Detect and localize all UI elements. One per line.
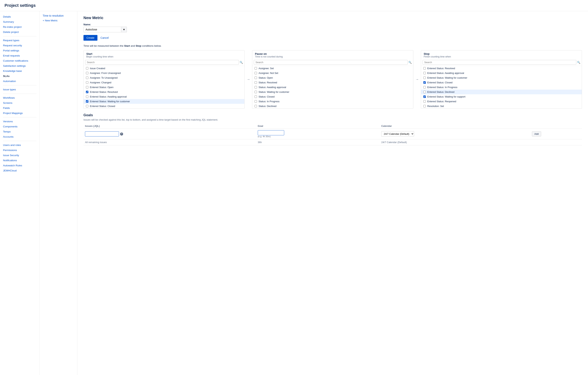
condition-checkbox[interactable] — [423, 91, 426, 93]
sidebar-item-customer-notifications[interactable]: Customer notifications — [0, 58, 40, 63]
sidebar-item-tempo[interactable]: Tempo — [0, 129, 40, 134]
condition-checkbox[interactable] — [423, 77, 426, 79]
goals-table: Issues (JQL) Goal Calendar ? — [84, 123, 582, 145]
condition-checkbox[interactable] — [423, 72, 426, 74]
sidebar-item-delete[interactable]: Delete project — [0, 30, 40, 34]
sidebar-item-fields[interactable]: Fields — [0, 105, 40, 110]
condition-checkbox[interactable] — [86, 100, 88, 103]
sidebar-item-email-requests[interactable]: Email requests — [0, 53, 40, 58]
condition-checkbox[interactable] — [254, 105, 257, 107]
condition-checkbox[interactable] — [254, 86, 257, 88]
sidebar-item-permissions[interactable]: Permissions — [0, 148, 40, 153]
sidebar-item-portal-settings[interactable]: Portal settings — [0, 48, 40, 53]
name-form-group: Name: ▼ — [84, 23, 582, 32]
goals-goal-input[interactable] — [258, 130, 284, 135]
condition-checkbox[interactable] — [423, 81, 426, 84]
condition-checkbox[interactable] — [254, 100, 257, 103]
sidebar-item-request-types[interactable]: Request types — [0, 38, 40, 43]
goals-jql-input[interactable] — [85, 131, 119, 136]
goals-help-icon[interactable]: ? — [120, 132, 123, 135]
cancel-button[interactable]: Cancel — [99, 35, 110, 41]
arrow-right-icon: → — [247, 77, 250, 81]
goals-jql-input-group: ? — [85, 131, 255, 136]
sidebar-item-users-roles[interactable]: Users and roles — [0, 143, 40, 148]
sidebar: DetailsSummaryRe-index projectDelete pro… — [0, 11, 40, 375]
sidebar-item-details[interactable]: Details — [0, 14, 40, 19]
condition-label: Status: In Progress — [259, 100, 279, 103]
condition-checkbox[interactable] — [254, 95, 257, 98]
sidebar-item-notifications[interactable]: Notifications — [0, 158, 40, 163]
condition-checkbox[interactable] — [254, 67, 257, 70]
goals-input-row: ? (e.g. 4h 30m) 24/7 Calendar (Default) … — [84, 129, 582, 139]
stop-title: Stop — [424, 52, 579, 55]
name-label: Name: — [84, 23, 582, 26]
start-title: Start — [86, 52, 242, 55]
arrow-right-icon-2: → — [415, 77, 419, 81]
condition-checkbox[interactable] — [254, 72, 257, 74]
sidebar-item-satisfaction-settings[interactable]: Satisfaction settings — [0, 63, 40, 68]
main-content-area: New Metric Name: ▼ Create Cancel Time wi… — [77, 11, 588, 375]
condition-checkbox[interactable] — [86, 77, 88, 79]
condition-label: Status: Declined — [259, 105, 276, 108]
condition-checkbox[interactable] — [423, 67, 426, 70]
condition-label: Entered Status: Declined — [427, 90, 454, 93]
sidebar-item-automation[interactable]: Automation — [0, 79, 40, 84]
sidebar-item-workflows[interactable]: Workflows — [0, 95, 40, 100]
condition-checkbox[interactable] — [86, 72, 88, 74]
condition-checkbox[interactable] — [86, 81, 88, 84]
condition-item: Assignee: Not Set — [252, 71, 413, 76]
condition-checkbox[interactable] — [86, 67, 88, 70]
condition-label: Entered Status: In Progress — [427, 86, 458, 89]
condition-label: Assignee: Set — [259, 67, 273, 70]
condition-label: Entered Status: Awaiting approval — [427, 72, 464, 75]
condition-checkbox[interactable] — [254, 77, 257, 79]
condition-checkbox[interactable] — [423, 100, 426, 103]
condition-checkbox[interactable] — [86, 86, 88, 88]
stop-search-input[interactable] — [423, 60, 576, 65]
sidebar-item-knowledge-base[interactable]: Knowledge base — [0, 68, 40, 74]
condition-checkbox[interactable] — [86, 91, 88, 93]
new-metric-btn[interactable]: + New Metric — [43, 19, 74, 22]
sidebar-item-request-security[interactable]: Request security — [0, 43, 40, 48]
sidebar-item-jemhcloud[interactable]: JEMHCloud — [0, 168, 40, 173]
goals-remaining-calendar: 24/7 Calendar (Default) — [380, 139, 530, 145]
condition-checkbox[interactable] — [423, 95, 426, 98]
condition-checkbox[interactable] — [86, 105, 88, 107]
sidebar-item-project-mappings[interactable]: Project Mappings — [0, 110, 40, 116]
chevron-down-icon: ▼ — [123, 28, 125, 31]
condition-checkbox[interactable] — [254, 91, 257, 93]
sidebar-item-accounts[interactable]: Accounts — [0, 134, 40, 139]
condition-label: Status: Awaiting approval — [259, 86, 286, 89]
condition-checkbox[interactable] — [254, 81, 257, 84]
goals-add-button[interactable]: Add — [532, 131, 541, 136]
start-search-icon: 🔍 — [240, 61, 243, 64]
info-text: Time will be measured between the Start … — [84, 44, 582, 47]
pause-subtitle: Time is not counted during — [255, 55, 410, 58]
condition-checkbox[interactable] — [423, 86, 426, 88]
name-dropdown-btn[interactable]: ▼ — [121, 27, 127, 32]
time-to-resolution-link[interactable]: Time to resolution — [43, 14, 64, 17]
start-search-input[interactable] — [85, 60, 239, 65]
main-layout: DetailsSummaryRe-index projectDelete pro… — [0, 11, 588, 375]
pause-search-input[interactable] — [254, 60, 408, 65]
name-input[interactable] — [84, 27, 121, 32]
sidebar-divider — [3, 117, 36, 117]
sidebar-item-autowatch-rules[interactable]: Autowatch Rules — [0, 163, 40, 168]
condition-checkbox[interactable] — [86, 95, 88, 98]
sidebar-item-summary[interactable]: Summary — [0, 19, 40, 24]
create-button[interactable]: Create — [84, 35, 97, 41]
sidebar-item-reindex[interactable]: Re-index project — [0, 24, 40, 30]
sidebar-item-slas[interactable]: SLAs — [0, 74, 40, 79]
condition-checkbox[interactable] — [423, 105, 426, 107]
condition-item: Entered Status: Closed — [421, 80, 582, 85]
sidebar-item-issue-security[interactable]: Issue Security — [0, 153, 40, 158]
sidebar-item-issue-types[interactable]: Issue types — [0, 87, 40, 92]
condition-label: Status: Resolved — [259, 81, 277, 84]
sidebar-item-screens[interactable]: Screens — [0, 100, 40, 105]
sidebar-item-versions[interactable]: Versions — [0, 119, 40, 124]
goals-table-header-row: Issues (JQL) Goal Calendar — [84, 123, 582, 129]
sidebar-item-components[interactable]: Components — [0, 124, 40, 129]
goals-calendar-select[interactable]: 24/7 Calendar (Default) Business Hours C… — [381, 131, 414, 137]
condition-item: Status: In Progress — [252, 99, 413, 104]
pause-search-row: 🔍 — [252, 59, 413, 66]
